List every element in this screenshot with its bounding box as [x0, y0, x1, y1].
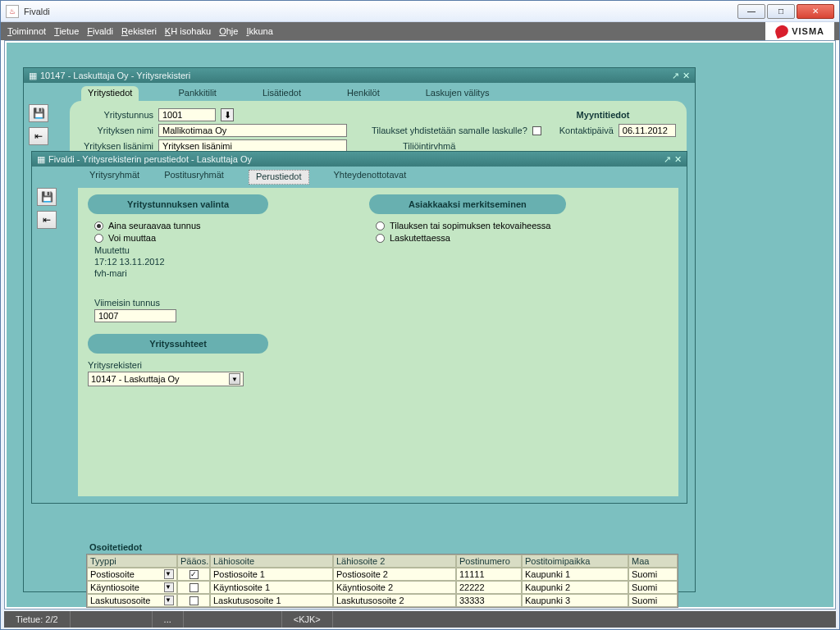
chevron-down-icon: ▼ — [164, 596, 174, 605]
brand-logo: VISMA — [765, 22, 834, 40]
label-viimeisin-tunnus: Viimeisin tunnus — [94, 298, 367, 308]
text-muutettu-time: 17:12 13.11.2012 — [94, 257, 367, 267]
checkbox-tilaukset-yhdistetaan[interactable] — [532, 126, 541, 135]
checkbox-paaos — [189, 583, 199, 592]
section-osoitetiedot: Osoitetiedot Tyyppi Pääos. Lähiosoite Lä… — [86, 542, 678, 578]
tab-yritystiedot[interactable]: Yritystiedot — [81, 86, 139, 101]
menu-fivaldi[interactable]: Fivaldi — [87, 26, 113, 36]
pill-asiakkaaksi-merkitseminen: Asiakkaaksi merkitseminen — [369, 194, 566, 214]
table-row[interactable]: Käyntiosoite▼Käyntiosoite 1Käyntiosoite … — [87, 581, 678, 594]
label-tiliointiryhma: Tiliöintirvhmä — [403, 141, 455, 151]
menu-kh-isohaku[interactable]: KH isohaku — [165, 26, 211, 36]
pill-yritystunnuksen-valinta: Yritystunnuksen valinta — [88, 194, 268, 214]
status-record: Tietue: 2/2 — [4, 611, 71, 628]
menu-tietue[interactable]: Tietue — [54, 26, 79, 36]
chevron-down-icon: ▼ — [229, 373, 240, 385]
tab-laskujen-valitys[interactable]: Laskujen välitys — [419, 86, 496, 101]
back-icon[interactable]: ⇤ — [29, 127, 48, 145]
tabs-main: Yritystiedot Pankkitilit Lisätiedot Henk… — [24, 83, 695, 101]
col-lahiosoite2: Lähiosoite 2 — [333, 555, 456, 568]
tab-postitusryhmat[interactable]: Postitusryhmät — [164, 170, 224, 185]
col-paaos: Pääos. — [177, 555, 210, 568]
maximize-button[interactable]: □ — [767, 4, 795, 19]
col-postitoimipaikka: Postitoimipaikka — [522, 555, 628, 568]
app-icon: ▦ — [37, 154, 45, 165]
os-window-title: Fivaldi — [24, 7, 737, 16]
label-kontaktipaiva: Kontaktipäivä — [559, 126, 614, 135]
close-button[interactable]: ✕ — [797, 4, 834, 19]
menu-ikkuna[interactable]: Ikkuna — [246, 26, 272, 36]
label-tilaukset: Tilaukset yhdistetään samalle laskulle? — [372, 126, 527, 135]
minimize-button[interactable]: — — [737, 4, 765, 19]
app-menubar: Toiminnot Tietue Fivaldi Rekisteri KH is… — [1, 22, 839, 40]
chevron-down-icon: ▼ — [164, 569, 174, 579]
text-muutettu-user: fvh-mari — [94, 268, 367, 278]
status-mid: ... — [153, 611, 184, 628]
table-row[interactable]: Postiosoite▼✓Postiosoite 1Postiosoite 21… — [87, 568, 678, 581]
input-yritystunnus[interactable] — [158, 108, 216, 121]
col-postinumero: Postinumero — [456, 555, 522, 568]
pill-yrityssuhteet: Yrityssuhteet — [88, 334, 268, 354]
radio-laskutettaessa[interactable]: Laskutettaessa — [376, 233, 648, 243]
label-yritysrekisteri: Yritysrekisteri — [88, 360, 367, 370]
download-icon[interactable]: ⬇ — [221, 108, 234, 121]
window-close-icon[interactable]: ✕ — [682, 71, 690, 81]
menu-toiminnot[interactable]: Toiminnot — [7, 26, 46, 36]
heading-osoitetiedot: Osoitetiedot — [86, 542, 678, 554]
col-tyyppi: Tyyppi — [87, 555, 177, 568]
radio-tilauksen-tekovaiheessa[interactable]: Tilauksen tai sopimuksen tekovaiheessa — [376, 221, 648, 231]
window-title: 10147 - Laskuttaja Oy - Yritysrekisteri — [40, 71, 190, 80]
menu-ohje[interactable]: Ohje — [219, 26, 238, 36]
tab-henkilot[interactable]: Henkilöt — [340, 86, 386, 101]
label-yrityksen-nimi: Yrityksen nimi — [80, 126, 153, 135]
back-icon[interactable]: ⇤ — [37, 211, 57, 229]
label-muutettu: Muutettu — [94, 245, 367, 255]
chevron-down-icon: ▼ — [164, 582, 174, 592]
radio-voi-muuttaa[interactable]: Voi muuttaa — [94, 233, 367, 243]
label-yrityksen-lisanimi: Yrityksen lisänimi — [80, 141, 153, 151]
tabs-dialog: Yritysryhmät Postitusryhmät Perustiedot … — [32, 167, 687, 185]
status-bar: Tietue: 2/2 ... <KJK> — [4, 611, 836, 628]
window-titlebar[interactable]: ▦ 10147 - Laskuttaja Oy - Yritysrekister… — [24, 68, 695, 83]
app-icon: ▦ — [29, 71, 37, 81]
col-maa: Maa — [628, 555, 678, 568]
dialog-titlebar[interactable]: ▦ Fivaldi - Yritysrekisterin perustiedot… — [32, 152, 687, 167]
dialog-restore-icon[interactable]: ↗ — [664, 154, 671, 165]
col-lahiosoite: Lähiosoite — [210, 555, 333, 568]
checkbox-paaos — [189, 596, 199, 605]
os-titlebar: ♨ Fivaldi — □ ✕ — [1, 1, 839, 22]
combo-yritysrekisteri[interactable]: 10147 - Laskuttaja Oy ▼ — [88, 372, 244, 386]
tab-lisatiedot[interactable]: Lisätiedot — [256, 86, 308, 101]
input-kontaktipaiva[interactable] — [619, 124, 676, 137]
status-user: <KJK> — [282, 611, 333, 628]
window-restore-icon[interactable]: ↗ — [672, 71, 679, 81]
save-icon[interactable]: 💾 — [29, 104, 48, 122]
input-viimeisin-tunnus[interactable] — [94, 309, 176, 322]
address-table: Tyyppi Pääos. Lähiosoite Lähiosoite 2 Po… — [86, 554, 678, 608]
tab-pankkitilit[interactable]: Pankkitilit — [171, 86, 222, 101]
checkbox-paaos: ✓ — [189, 570, 199, 579]
visma-swirl-icon — [774, 24, 790, 39]
label-yritystunnus: Yritystunnus — [80, 110, 153, 120]
section-myyntitiedot: Myyntitiedot — [529, 110, 677, 120]
tab-yritysryhmat[interactable]: Yritysryhmät — [89, 170, 139, 185]
tab-perustiedot[interactable]: Perustiedot — [249, 170, 309, 185]
radio-aina-seuraavaa[interactable]: Aina seuraavaa tunnus — [94, 221, 367, 231]
table-row[interactable]: Laskutusosoite▼Laskutusosoite 1Laskutuso… — [87, 594, 678, 607]
menu-rekisteri[interactable]: Rekisteri — [121, 26, 157, 36]
save-icon[interactable]: 💾 — [37, 188, 57, 206]
input-yrityksen-nimi[interactable] — [158, 124, 347, 137]
window-perustiedot-dialog: ▦ Fivaldi - Yritysrekisterin perustiedot… — [31, 151, 687, 504]
java-icon: ♨ — [6, 5, 19, 18]
tab-yhteydenottotavat[interactable]: Yhteydenottotavat — [334, 170, 407, 185]
dialog-close-icon[interactable]: ✕ — [674, 154, 682, 165]
dialog-title: Fivaldi - Yritysrekisterin perustiedot -… — [48, 154, 252, 164]
